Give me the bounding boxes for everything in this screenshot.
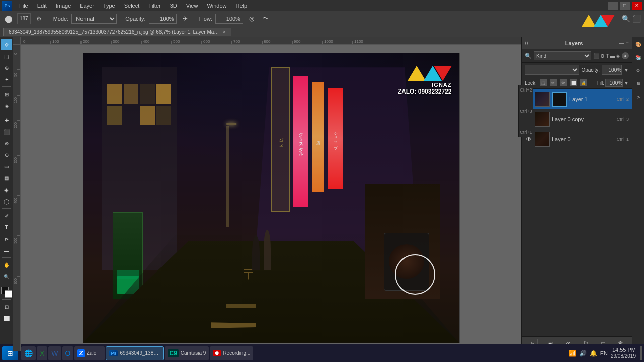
taskbar-show-desktop[interactable]	[640, 346, 642, 360]
flow-input[interactable]: 100%	[215, 14, 243, 24]
menu-image[interactable]: Image	[52, 2, 75, 10]
taskbar-item-recording[interactable]: ⏺ Recording...	[210, 346, 253, 360]
type-tool[interactable]: T	[1, 222, 12, 233]
close-button[interactable]: ✕	[632, 2, 642, 10]
menu-help[interactable]: Help	[232, 2, 252, 10]
select-rect-tool[interactable]: ⬚	[1, 51, 12, 62]
brush-tool-btn[interactable]: ⬤	[3, 13, 14, 24]
blend-mode-select[interactable]: Normal	[525, 65, 579, 75]
eyedrop-tool[interactable]: ◈	[1, 100, 12, 111]
path-select-tool[interactable]: ⊳	[1, 233, 12, 244]
screen-mode-tool[interactable]: ⬜	[1, 313, 12, 324]
taskbar-item-outlook[interactable]: O	[62, 346, 74, 360]
taskbar-volume-icon[interactable]: 🔊	[579, 350, 587, 357]
opacity-input[interactable]: 100%	[149, 14, 177, 24]
background-color[interactable]	[5, 290, 12, 298]
mode-label: Mode:	[53, 16, 69, 22]
magic-wand-tool[interactable]: ✦	[1, 74, 12, 85]
file-tab-close[interactable]: ×	[223, 29, 226, 35]
layer-item-2[interactable]: 👁 Layer 0 copy Ctrl+3	[522, 109, 632, 129]
crop-tool[interactable]: ⊞	[1, 88, 12, 100]
menu-type[interactable]: Type	[99, 2, 119, 10]
blur-tool[interactable]: ◉	[1, 184, 12, 195]
menu-view[interactable]: View	[182, 2, 202, 10]
channels-panel-icon[interactable]: ≋	[633, 78, 643, 88]
layer-item-1[interactable]: 👁 Layer 1 Ctrl+2	[522, 89, 632, 109]
clone-tool[interactable]: ⊗	[1, 138, 12, 149]
taskbar-item-photoshop[interactable]: Ps 69343049_1387599...	[106, 346, 164, 360]
dodge-tool[interactable]: ◯	[1, 196, 12, 207]
menu-3d[interactable]: 3D	[166, 2, 181, 10]
lock-all-icon[interactable]: 🔒	[580, 79, 587, 86]
move-tool[interactable]: ✥	[1, 39, 12, 50]
menu-layer[interactable]: Layer	[76, 2, 98, 10]
eraser-tool[interactable]: ▭	[1, 161, 12, 172]
taskbar-right: 📶 🔊 🔔 EN 14:55 PM 29/08/2019	[569, 346, 642, 360]
expand-icon[interactable]: ⟨⟨	[525, 40, 529, 46]
svg-text:600: 600	[203, 39, 210, 44]
brush-tool[interactable]: ⬛	[1, 126, 12, 137]
brush-settings-icon[interactable]: ⚙	[34, 13, 45, 24]
libraries-panel-icon[interactable]: 📚	[633, 52, 643, 62]
taskbar-item-camtasia[interactable]: C9 Camtasia 9	[165, 346, 209, 360]
pen-tool[interactable]: ✐	[1, 210, 12, 221]
adjustments-panel-icon[interactable]: ⚙	[633, 65, 643, 75]
menu-filter[interactable]: Filter	[144, 2, 165, 10]
fill-arrow[interactable]: ▼	[624, 80, 629, 86]
taskbar-item-zalo[interactable]: Z Zalo	[74, 346, 105, 360]
canvas-document[interactable]: クリスタル 店 ショップ パーラー	[83, 53, 460, 343]
layer-item-3[interactable]: 👁 Layer 0 Ctrl+1	[522, 129, 632, 149]
workspace-icon[interactable]: ⬛	[632, 15, 641, 23]
shape-filter-icon[interactable]: ▬	[610, 53, 615, 59]
opacity-arrow[interactable]: ▼	[624, 67, 629, 73]
lock-transparency-icon[interactable]: ⬚	[540, 79, 547, 86]
taskbar: ⊞ 🌐 X W O Z Zalo Ps 69343049_1387599... …	[0, 344, 644, 362]
history-brush-tool[interactable]: ⊙	[1, 149, 12, 160]
pixel-filter-icon[interactable]: ⬛	[593, 53, 599, 59]
fill-value[interactable]: 100%	[605, 79, 623, 87]
menu-file[interactable]: File	[15, 2, 32, 10]
menu-edit[interactable]: Edit	[33, 2, 51, 10]
lasso-tool[interactable]: ⊕	[1, 62, 12, 73]
smart-filter-icon[interactable]: ◈	[616, 53, 620, 59]
layer-kind-select[interactable]: Kind	[534, 51, 591, 60]
quick-mask-tool[interactable]: ⊡	[1, 301, 12, 312]
layer-mask-thumb-1[interactable]	[552, 92, 567, 107]
taskbar-item-excel[interactable]: X	[37, 346, 47, 360]
ruler-horizontal: 0 100 200 300 400 500 600 700 80	[21, 37, 521, 45]
brush-size-value: 187	[20, 16, 28, 21]
smoothing-icon[interactable]: 〜	[260, 13, 271, 24]
layers-panel-minimize[interactable]: —	[619, 40, 624, 46]
taskbar-item-ie[interactable]: 🌐	[21, 346, 36, 360]
mode-select[interactable]: Normal	[71, 14, 117, 24]
paths-panel-icon[interactable]: ⊳	[633, 92, 643, 102]
type-filter-icon[interactable]: T	[606, 53, 609, 59]
filter-toggle[interactable]: ●	[622, 52, 629, 59]
taskbar-item-word[interactable]: W	[48, 346, 61, 360]
flow-icon[interactable]: ◎	[246, 13, 257, 24]
file-tab[interactable]: 69343049_1387599558069125_75713300377276…	[3, 28, 231, 36]
menu-window[interactable]: Window	[203, 2, 230, 10]
right-sidebar-panels: 🎨 📚 ⚙ ≋ ⊳	[632, 37, 644, 351]
taskbar-clock[interactable]: 14:55 PM 29/08/2019	[611, 347, 636, 359]
svg-text:300: 300	[14, 157, 17, 163]
maximize-button[interactable]: □	[620, 2, 630, 10]
search-icon[interactable]: 🔍	[622, 15, 630, 23]
opacity-value[interactable]: 100%	[602, 65, 622, 75]
layers-panel-menu[interactable]: ≡	[626, 40, 629, 46]
lock-position-icon[interactable]: ✥	[560, 79, 567, 86]
minimize-button[interactable]: _	[608, 2, 618, 10]
gradient-tool[interactable]: ▦	[1, 172, 12, 184]
taskbar-notification-icon[interactable]: 🔔	[590, 350, 597, 357]
zoom-tool[interactable]: 🔍	[1, 271, 12, 282]
color-panel-icon[interactable]: 🎨	[633, 39, 643, 49]
opacity-airbrush-icon[interactable]: ✈	[180, 13, 191, 24]
heal-tool[interactable]: ✚	[1, 115, 12, 126]
menu-select[interactable]: Select	[120, 2, 144, 10]
taskbar-network-icon[interactable]: 📶	[569, 350, 576, 357]
adjust-filter-icon[interactable]: ⚙	[600, 53, 605, 59]
hand-tool[interactable]: ✋	[1, 259, 12, 270]
lock-artboard-icon[interactable]: ⬜	[570, 79, 577, 86]
lock-image-icon[interactable]: ✏	[550, 79, 557, 86]
shape-tool[interactable]: ▬	[1, 245, 12, 256]
